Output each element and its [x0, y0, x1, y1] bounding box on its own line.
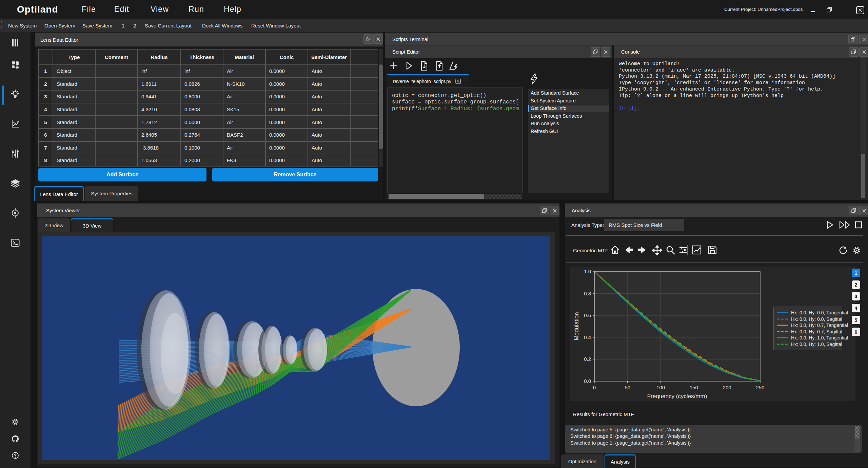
svg-text:0.0: 0.0: [584, 378, 591, 384]
svg-text:0.2: 0.2: [584, 356, 591, 362]
svg-text:100: 100: [656, 385, 665, 390]
svg-text:0.6: 0.6: [584, 312, 591, 318]
svg-text:250: 250: [756, 385, 764, 390]
svg-text:150: 150: [690, 385, 698, 390]
svg-text:1.0: 1.0: [584, 269, 591, 274]
svg-text:Frequency (cycles/mm): Frequency (cycles/mm): [647, 393, 707, 399]
svg-text:Modulation: Modulation: [573, 312, 580, 340]
svg-text:50: 50: [625, 385, 630, 390]
svg-text:0.4: 0.4: [584, 334, 591, 340]
svg-text:0.8: 0.8: [584, 291, 591, 296]
svg-text:200: 200: [723, 385, 731, 390]
svg-text:0: 0: [593, 385, 596, 390]
